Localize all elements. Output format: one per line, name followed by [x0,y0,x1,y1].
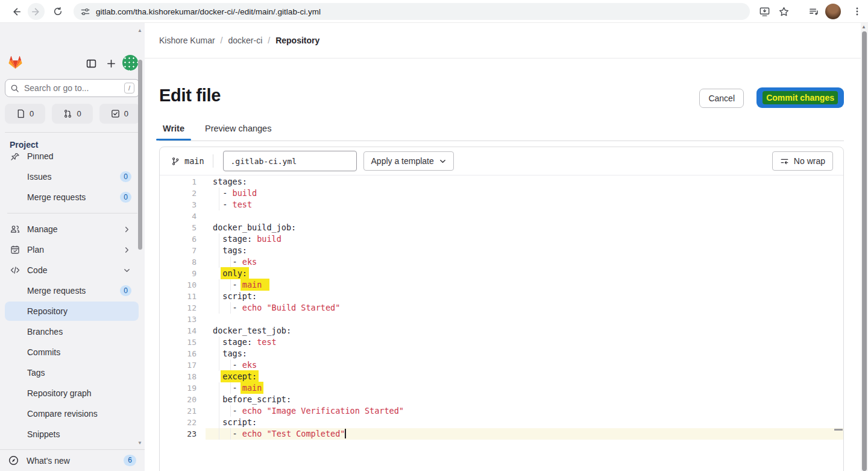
code-line-16[interactable]: 16 tags: [160,348,843,359]
back-icon[interactable] [7,3,24,20]
sidebar-scrollbar[interactable] [138,60,142,250]
no-wrap-button[interactable]: No wrap [772,151,833,171]
apply-template-dropdown[interactable]: Apply a template [363,151,454,171]
issues-counter-button[interactable]: 0 [5,104,45,124]
forward-icon[interactable] [28,3,45,20]
todos-counter-button[interactable]: 0 [99,104,140,124]
scroll-up-icon[interactable]: ▲ [861,24,866,30]
page-scrollbar[interactable]: ▲ [861,23,868,471]
sidebar-item-build[interactable]: Build [5,445,139,449]
line-content[interactable]: stage: test [213,337,277,348]
icon-spacer [10,388,20,398]
sidebar-scroll-up-icon[interactable]: ▲ [137,28,142,33]
shortcut-counters: 0 0 0 [5,104,140,124]
line-content[interactable]: - echo "Build Started" [213,302,340,314]
sidebar-item-repository[interactable]: Repository [5,302,139,321]
line-content[interactable]: tags: [213,348,247,359]
code-line-21[interactable]: 21 - echo "Image Verification Started" [160,405,843,417]
sidebar-item-branches[interactable]: Branches [5,322,139,341]
line-content[interactable]: only: [213,268,247,279]
line-content[interactable]: before_script: [213,394,291,405]
code-token: - [213,257,242,267]
commit-changes-button[interactable]: Commit changes [756,87,844,108]
sidebar-item-commits[interactable]: Commits [5,343,139,362]
site-settings-icon[interactable] [81,7,90,16]
code-line-4[interactable]: 4 [160,210,843,222]
code-line-6[interactable]: 6 stage: build [160,233,843,245]
line-content[interactable]: - main [213,382,262,394]
sidebar-item-tags[interactable]: Tags [5,363,139,382]
user-avatar[interactable] [122,55,138,71]
sidebar-item-manage[interactable]: Manage [5,220,139,239]
merge-requests-counter-button[interactable]: 0 [52,104,92,124]
sidebar-item-snippets[interactable]: Snippets [5,425,139,444]
line-content[interactable]: - echo "Test Completed" [213,428,346,440]
line-content[interactable]: - echo "Image Verification Started" [213,405,404,417]
sidebar-item-code[interactable]: Code [5,261,139,280]
code-line-2[interactable]: 2 - build [160,188,843,199]
sidebar-item-pinned[interactable]: Pinned [5,153,139,166]
create-new-icon[interactable] [103,55,119,71]
code-line-17[interactable]: 17 - eks [160,359,843,371]
line-content[interactable]: - build [213,188,257,199]
install-icon[interactable] [756,3,773,20]
calendar-icon [10,245,20,254]
tab-write[interactable]: Write [159,116,188,141]
sidebar-item-repository-graph[interactable]: Repository graph [5,384,139,403]
line-content[interactable]: docker_build_job: [213,222,296,233]
code-line-23[interactable]: 23 - echo "Test Completed" [160,428,843,440]
breadcrumb-item[interactable]: Kishore Kumar [159,36,215,45]
breadcrumb-item[interactable]: docker-ci [228,36,262,45]
code-line-22[interactable]: 22 script: [160,417,843,428]
filename-input[interactable] [223,151,357,171]
line-content[interactable]: - test [213,199,252,210]
code-line-19[interactable]: 19 - main [160,382,843,394]
sidebar-item-merge-requests[interactable]: Merge requests0 [5,188,139,207]
sidebar-item-compare-revisions[interactable]: Compare revisions [5,404,139,423]
bookmark-star-icon[interactable] [775,3,792,20]
count-badge: 0 [120,285,131,296]
search-input[interactable]: Search or go to... / [5,79,140,97]
code-line-13[interactable]: 13 [160,314,843,325]
browser-profile-avatar[interactable] [825,4,841,19]
code-line-9[interactable]: 9 only: [160,268,843,279]
line-content[interactable]: tags: [213,245,247,256]
cancel-button[interactable]: Cancel [699,89,744,108]
code-line-15[interactable]: 15 stage: test [160,337,843,348]
line-content[interactable]: stage: build [213,233,281,245]
sidebar-item-issues[interactable]: Issues0 [5,167,139,186]
line-number: 10 [160,279,197,291]
line-content[interactable]: except: [213,371,257,382]
line-content[interactable]: - eks [213,359,257,371]
sidebar-toggle-icon[interactable] [83,55,99,71]
code-editor[interactable]: 1stages:2 - build3 - test45docker_build_… [160,176,843,471]
browser-menu-icon[interactable] [849,3,866,20]
line-content[interactable]: script: [213,291,257,302]
reload-icon[interactable] [49,3,66,20]
line-content[interactable]: docker_test_job: [213,325,291,337]
code-line-5[interactable]: 5docker_build_job: [160,222,843,233]
page-scrollbar-thumb[interactable] [862,31,867,471]
code-line-3[interactable]: 3 - test [160,199,843,210]
whats-new-item[interactable]: What's new 6 [0,449,145,471]
code-line-11[interactable]: 11 script: [160,291,843,302]
line-content[interactable]: stages: [213,176,247,188]
code-line-1[interactable]: 1stages: [160,176,843,188]
line-content[interactable]: - main [213,279,262,291]
media-playlist-icon[interactable] [805,3,822,20]
sidebar-scroll-down-icon[interactable]: ▼ [137,440,142,446]
sidebar-item-plan[interactable]: Plan [5,240,139,259]
code-line-8[interactable]: 8 - eks [160,256,843,268]
tab-preview-changes[interactable]: Preview changes [201,116,275,141]
code-line-14[interactable]: 14docker_test_job: [160,325,843,337]
line-content[interactable]: - eks [213,256,257,268]
code-line-20[interactable]: 20 before_script: [160,394,843,405]
line-content[interactable]: script: [213,417,257,428]
sidebar-item-merge-requests[interactable]: Merge requests0 [5,281,139,300]
code-line-18[interactable]: 18 except: [160,371,843,382]
code-line-12[interactable]: 12 - echo "Build Started" [160,302,843,314]
url-bar[interactable]: gitlab.com/tha.kishorekumar/docker-ci/-/… [74,3,750,20]
code-line-10[interactable]: 10 - main [160,279,843,291]
code-line-7[interactable]: 7 tags: [160,245,843,256]
gitlab-logo-icon[interactable] [8,54,23,69]
